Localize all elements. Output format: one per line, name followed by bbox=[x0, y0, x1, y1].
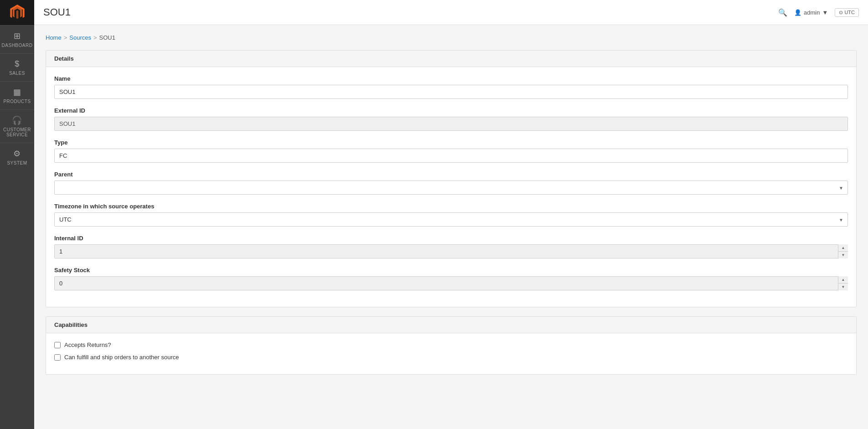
safety-stock-up-arrow[interactable]: ▲ bbox=[838, 276, 848, 284]
external-id-label: External ID bbox=[54, 107, 848, 114]
breadcrumb-current: SOU1 bbox=[99, 34, 115, 41]
safety-stock-arrows: ▲ ▼ bbox=[838, 276, 848, 290]
user-dropdown-icon: ▼ bbox=[822, 9, 828, 16]
breadcrumb-sep-1: > bbox=[64, 34, 67, 41]
sidebar-item-dashboard-label: DASHBOARD bbox=[2, 43, 33, 48]
internal-id-label: Internal ID bbox=[54, 235, 848, 242]
details-card: Details Name External ID Type bbox=[46, 50, 857, 307]
name-input[interactable] bbox=[54, 85, 848, 99]
external-id-group: External ID bbox=[54, 107, 848, 131]
sidebar-item-products-label: PRODUCTS bbox=[3, 99, 31, 104]
user-menu[interactable]: 👤 admin ▼ bbox=[794, 9, 828, 16]
internal-id-up-arrow[interactable]: ▲ bbox=[838, 244, 848, 252]
topbar: SOU1 🔍 👤 admin ▼ ⊙ UTC bbox=[34, 0, 868, 25]
user-icon: 👤 bbox=[794, 9, 801, 16]
user-label: admin bbox=[804, 9, 820, 16]
type-group: Type bbox=[54, 139, 848, 163]
page-title: SOU1 bbox=[43, 6, 71, 18]
capabilities-card: Capabilities Accepts Returns? Can fulfil… bbox=[46, 316, 857, 375]
can-fulfill-checkbox[interactable] bbox=[54, 354, 61, 361]
internal-id-arrows: ▲ ▼ bbox=[838, 244, 848, 258]
dashboard-icon: ⊞ bbox=[14, 31, 21, 41]
breadcrumb-sources[interactable]: Sources bbox=[69, 34, 91, 41]
internal-id-group: Internal ID ▲ ▼ bbox=[54, 235, 848, 258]
sidebar: ⊞ DASHBOARD $ SALES ▦ PRODUCTS 🎧 CUSTOME… bbox=[0, 0, 34, 429]
name-label: Name bbox=[54, 75, 848, 82]
page-content: Home > Sources > SOU1 Details Name Exter… bbox=[34, 25, 868, 429]
accepts-returns-group: Accepts Returns? bbox=[54, 341, 848, 348]
breadcrumb-sep-2: > bbox=[93, 34, 97, 41]
timezone-select[interactable]: UTC bbox=[54, 212, 848, 227]
sidebar-item-sales-label: SALES bbox=[9, 71, 25, 76]
main-content: SOU1 🔍 👤 admin ▼ ⊙ UTC Home > Sources > … bbox=[34, 0, 868, 429]
safety-stock-wrapper: ▲ ▼ bbox=[54, 276, 848, 290]
accepts-returns-label: Accepts Returns? bbox=[64, 341, 111, 348]
internal-id-down-arrow[interactable]: ▼ bbox=[838, 252, 848, 258]
accepts-returns-checkbox[interactable] bbox=[54, 342, 61, 348]
parent-group: Parent bbox=[54, 171, 848, 195]
sidebar-item-customer-service[interactable]: 🎧 CUSTOMER SERVICE bbox=[0, 109, 34, 143]
internal-id-wrapper: ▲ ▼ bbox=[54, 244, 848, 258]
breadcrumb-home[interactable]: Home bbox=[46, 34, 62, 41]
parent-label: Parent bbox=[54, 171, 848, 178]
sidebar-item-sales[interactable]: $ SALES bbox=[0, 53, 34, 81]
capabilities-body: Accepts Returns? Can fulfill and ship or… bbox=[46, 333, 856, 374]
utc-button[interactable]: ⊙ UTC bbox=[835, 8, 859, 17]
sidebar-item-system[interactable]: ⚙ SYSTEM bbox=[0, 143, 34, 171]
sidebar-item-customer-service-label: CUSTOMER SERVICE bbox=[2, 127, 32, 137]
safety-stock-input[interactable] bbox=[54, 276, 848, 290]
parent-select[interactable] bbox=[54, 181, 848, 195]
details-body: Name External ID Type Parent bbox=[46, 67, 856, 307]
sidebar-item-system-label: SYSTEM bbox=[7, 160, 27, 165]
type-label: Type bbox=[54, 139, 848, 146]
details-header: Details bbox=[46, 51, 856, 67]
sidebar-item-dashboard[interactable]: ⊞ DASHBOARD bbox=[0, 25, 34, 53]
topbar-right: 🔍 👤 admin ▼ ⊙ UTC bbox=[778, 8, 859, 17]
system-icon: ⚙ bbox=[13, 149, 21, 159]
type-input[interactable] bbox=[54, 149, 848, 163]
breadcrumb: Home > Sources > SOU1 bbox=[46, 34, 857, 41]
safety-stock-group: Safety Stock ▲ ▼ bbox=[54, 267, 848, 290]
external-id-input bbox=[54, 117, 848, 131]
sidebar-item-products[interactable]: ▦ PRODUCTS bbox=[0, 81, 34, 109]
search-icon[interactable]: 🔍 bbox=[778, 8, 787, 17]
timezone-group: Timezone in which source operates UTC bbox=[54, 203, 848, 227]
safety-stock-label: Safety Stock bbox=[54, 267, 848, 274]
can-fulfill-group: Can fulfill and ship orders to another s… bbox=[54, 354, 848, 361]
magento-logo[interactable] bbox=[0, 0, 34, 25]
capabilities-header: Capabilities bbox=[46, 317, 856, 333]
safety-stock-down-arrow[interactable]: ▼ bbox=[838, 284, 848, 290]
timezone-select-wrapper: UTC bbox=[54, 212, 848, 227]
can-fulfill-label: Can fulfill and ship orders to another s… bbox=[64, 354, 179, 361]
name-group: Name bbox=[54, 75, 848, 99]
sales-icon: $ bbox=[15, 59, 20, 69]
internal-id-input bbox=[54, 244, 848, 258]
parent-select-wrapper bbox=[54, 181, 848, 195]
customer-service-icon: 🎧 bbox=[12, 115, 22, 125]
products-icon: ▦ bbox=[13, 87, 21, 97]
timezone-label: Timezone in which source operates bbox=[54, 203, 848, 210]
